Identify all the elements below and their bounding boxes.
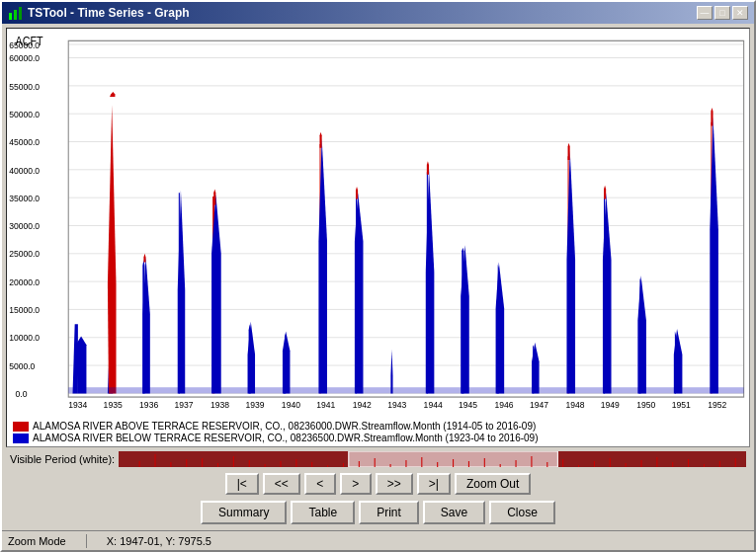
svg-text:1939: 1939 — [245, 400, 264, 411]
svg-text:1946: 1946 — [495, 400, 514, 411]
svg-text:1943: 1943 — [387, 400, 406, 411]
svg-text:55000.0: 55000.0 — [9, 81, 40, 92]
svg-text:10000.0: 10000.0 — [9, 333, 40, 344]
close-button[interactable]: Close — [489, 501, 555, 524]
svg-text:35000.0: 35000.0 — [9, 193, 40, 203]
next-button[interactable]: > — [340, 473, 372, 495]
legend-item-2: ALAMOSA RIVER BELOW TERRACE RESERVOIR, C… — [13, 433, 743, 443]
title-controls: — □ ✕ — [697, 6, 748, 20]
svg-text:1952: 1952 — [708, 400, 726, 411]
save-button[interactable]: Save — [423, 501, 485, 524]
window-title: TSTool - Time Series - Graph — [28, 6, 190, 20]
first-button[interactable]: |< — [225, 473, 259, 495]
svg-text:1936: 1936 — [139, 400, 158, 411]
svg-text:1949: 1949 — [601, 400, 620, 411]
svg-rect-99 — [68, 387, 743, 393]
svg-text:0.0: 0.0 — [16, 389, 28, 400]
nav-row: |< << < > >> >| Zoom Out — [6, 471, 750, 497]
legend-item-1: ALAMOSA RIVER ABOVE TERRACE RESERVOIR, C… — [13, 421, 743, 432]
svg-text:1951: 1951 — [672, 400, 691, 411]
title-bar-left: TSTool - Time Series - Graph — [8, 5, 190, 21]
svg-text:1947: 1947 — [530, 400, 548, 411]
svg-text:1935: 1935 — [104, 400, 123, 411]
svg-text:20000.0: 20000.0 — [9, 276, 40, 287]
close-button[interactable]: ✕ — [732, 6, 748, 20]
legend-label-2: ALAMOSA RIVER BELOW TERRACE RESERVOIR, C… — [33, 433, 539, 443]
svg-text:1950: 1950 — [636, 400, 655, 411]
svg-text:30000.0: 30000.0 — [9, 221, 40, 232]
svg-text:1944: 1944 — [424, 400, 443, 411]
chart-canvas: ACFT 0.0 5000.0 10000.0 1500 — [7, 29, 749, 418]
legend-swatch-1 — [13, 422, 29, 432]
minimap-label: Visible Period (white): — [10, 453, 115, 465]
maximize-button[interactable]: □ — [714, 6, 730, 20]
svg-text:25000.0: 25000.0 — [9, 249, 40, 260]
svg-text:1937: 1937 — [175, 400, 194, 411]
svg-text:65000.0: 65000.0 — [9, 39, 40, 50]
svg-rect-0 — [9, 13, 12, 20]
main-window: TSTool - Time Series - Graph — □ ✕ ACFT — [0, 0, 756, 552]
summary-button[interactable]: Summary — [201, 501, 287, 524]
svg-marker-98 — [711, 108, 713, 125]
svg-text:1948: 1948 — [565, 400, 584, 411]
last-button[interactable]: >| — [417, 473, 451, 495]
legend-label-1: ALAMOSA RIVER ABOVE TERRACE RESERVOIR, C… — [33, 421, 536, 432]
chart-legend: ALAMOSA RIVER ABOVE TERRACE RESERVOIR, C… — [7, 418, 749, 446]
chart-area: ACFT 0.0 5000.0 10000.0 1500 — [6, 28, 750, 447]
svg-text:1942: 1942 — [353, 400, 372, 411]
minimize-button[interactable]: — — [697, 6, 713, 20]
status-divider — [86, 534, 87, 548]
window-content: ACFT 0.0 5000.0 10000.0 1500 — [2, 24, 754, 530]
svg-text:1934: 1934 — [68, 400, 87, 411]
zoom-out-button[interactable]: Zoom Out — [455, 473, 531, 495]
svg-text:1945: 1945 — [459, 400, 477, 411]
svg-text:1941: 1941 — [316, 400, 335, 411]
svg-text:1938: 1938 — [210, 400, 229, 411]
svg-text:15000.0: 15000.0 — [9, 305, 40, 316]
chart-svg: ACFT 0.0 5000.0 10000.0 1500 — [7, 29, 749, 418]
app-icon — [8, 5, 24, 21]
legend-swatch-2 — [13, 434, 29, 443]
print-button[interactable]: Print — [359, 501, 419, 524]
status-bar: Zoom Mode X: 1947-01, Y: 7975.5 — [2, 530, 754, 550]
table-button[interactable]: Table — [291, 501, 355, 524]
prev-big-button[interactable]: << — [263, 473, 300, 495]
svg-rect-1 — [14, 10, 17, 20]
svg-rect-2 — [19, 7, 22, 20]
svg-text:1940: 1940 — [282, 400, 300, 411]
svg-text:45000.0: 45000.0 — [9, 137, 40, 148]
minimap-row: Visible Period (white): — [6, 449, 750, 469]
svg-text:40000.0: 40000.0 — [9, 165, 40, 176]
zoom-mode-status: Zoom Mode — [8, 535, 66, 547]
svg-text:50000.0: 50000.0 — [9, 109, 40, 119]
action-row: Summary Table Print Save Close — [6, 499, 750, 526]
svg-text:5000.0: 5000.0 — [9, 360, 35, 371]
svg-text:60000.0: 60000.0 — [9, 53, 40, 64]
next-big-button[interactable]: >> — [376, 473, 413, 495]
prev-button[interactable]: < — [304, 473, 336, 495]
minimap-bar[interactable] — [119, 451, 746, 467]
coordinates-status: X: 1947-01, Y: 7975.5 — [107, 535, 211, 547]
title-bar: TSTool - Time Series - Graph — □ ✕ — [2, 2, 754, 24]
